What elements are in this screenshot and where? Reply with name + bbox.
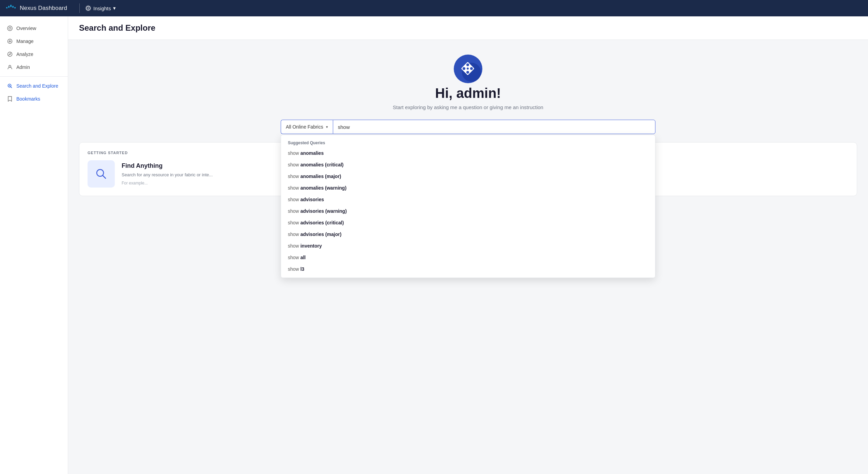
sidebar-item-manage[interactable]: Manage bbox=[0, 35, 68, 48]
sidebar: Overview Manage Analyze bbox=[0, 16, 68, 474]
svg-point-16 bbox=[466, 63, 469, 66]
svg-rect-0 bbox=[10, 5, 12, 7]
sidebar-label-manage: Manage bbox=[16, 39, 34, 44]
insights-label: Insights bbox=[93, 5, 111, 11]
getting-started-text: Find Anything Search for any resource in… bbox=[122, 162, 213, 186]
admin-icon bbox=[7, 64, 13, 70]
suggestion-advisories-warning[interactable]: show advisories (warning) bbox=[281, 205, 655, 217]
fabric-dropdown[interactable]: All Online Fabrics ▾ bbox=[281, 120, 333, 134]
sidebar-label-analyze: Analyze bbox=[16, 51, 33, 57]
suggestion-inventory[interactable]: show inventory bbox=[281, 240, 655, 252]
suggestion-anomalies-critical[interactable]: show anomalies (critical) bbox=[281, 159, 655, 171]
svg-rect-1 bbox=[8, 6, 10, 8]
hero-greeting: Hi, admin! bbox=[435, 86, 501, 101]
sidebar-label-search: Search and Explore bbox=[16, 83, 58, 89]
find-anything-icon-box bbox=[88, 160, 115, 188]
suggestion-anomalies-major[interactable]: show anomalies (major) bbox=[281, 171, 655, 182]
svg-point-8 bbox=[7, 26, 12, 31]
svg-point-20 bbox=[467, 68, 469, 70]
suggestion-advisories[interactable]: show advisories bbox=[281, 194, 655, 205]
insights-icon bbox=[85, 5, 91, 11]
find-anything-desc: Search for any resource in your fabric o… bbox=[122, 172, 213, 178]
overview-icon bbox=[7, 25, 13, 31]
sidebar-item-search[interactable]: Search and Explore bbox=[0, 79, 68, 92]
suggestion-l3[interactable]: show l3 bbox=[281, 263, 655, 275]
hero-logo bbox=[453, 54, 483, 86]
suggestion-anomalies[interactable]: show anomalies bbox=[281, 147, 655, 159]
svg-point-19 bbox=[470, 67, 473, 70]
insights-arrow: ▾ bbox=[113, 5, 116, 11]
suggestion-anomalies-warning[interactable]: show anomalies (warning) bbox=[281, 182, 655, 194]
cisco-logo[interactable]: Nexus Dashboard bbox=[5, 5, 67, 12]
search-input[interactable] bbox=[333, 120, 655, 134]
suggestion-advisories-critical[interactable]: show advisories (critical) bbox=[281, 217, 655, 228]
find-anything-title: Find Anything bbox=[122, 162, 213, 169]
sidebar-item-overview[interactable]: Overview bbox=[0, 22, 68, 35]
page-title: Search and Explore bbox=[79, 23, 857, 33]
suggestions-dropdown: Suggested Queries show anomalies show an… bbox=[281, 135, 655, 278]
page-header: Search and Explore bbox=[68, 16, 868, 40]
sidebar-divider bbox=[0, 76, 68, 77]
sidebar-item-admin[interactable]: Admin bbox=[0, 61, 68, 74]
find-anything-example: For example... bbox=[122, 181, 213, 186]
fabric-label: All Online Fabrics bbox=[286, 124, 323, 130]
sidebar-label-bookmarks: Bookmarks bbox=[16, 96, 40, 102]
svg-point-18 bbox=[463, 67, 465, 70]
svg-point-17 bbox=[466, 71, 469, 74]
suggestions-header: Suggested Queries bbox=[281, 138, 655, 147]
sidebar-label-overview: Overview bbox=[16, 26, 36, 31]
suggestion-all[interactable]: show all bbox=[281, 252, 655, 263]
hero-section: Hi, admin! Start exploring by asking me … bbox=[68, 40, 868, 142]
analyze-icon bbox=[7, 51, 13, 57]
sidebar-item-analyze[interactable]: Analyze bbox=[0, 48, 68, 61]
search-area: All Online Fabrics ▾ Suggested Queries s… bbox=[281, 120, 655, 134]
manage-icon bbox=[7, 38, 13, 44]
sidebar-label-admin: Admin bbox=[16, 64, 30, 70]
search-explore-icon bbox=[7, 83, 13, 89]
svg-rect-2 bbox=[12, 6, 14, 8]
sidebar-item-bookmarks[interactable]: Bookmarks bbox=[0, 92, 68, 105]
svg-point-9 bbox=[9, 27, 11, 29]
top-navigation: Nexus Dashboard Insights ▾ bbox=[0, 0, 868, 16]
main-content: Search and Explore Hi, admin! Sta bbox=[68, 16, 868, 474]
nav-divider bbox=[79, 3, 80, 13]
svg-rect-3 bbox=[6, 7, 7, 9]
app-name: Nexus Dashboard bbox=[20, 5, 67, 12]
svg-rect-7 bbox=[88, 8, 89, 10]
bookmarks-icon bbox=[7, 96, 13, 102]
suggestion-advisories-major[interactable]: show advisories (major) bbox=[281, 228, 655, 240]
svg-point-6 bbox=[88, 7, 89, 8]
hero-subtitle: Start exploring by asking me a question … bbox=[393, 104, 543, 110]
svg-point-21 bbox=[97, 169, 104, 176]
chevron-down-icon: ▾ bbox=[326, 125, 328, 129]
insights-nav-button[interactable]: Insights ▾ bbox=[85, 5, 116, 11]
svg-rect-4 bbox=[14, 7, 16, 9]
